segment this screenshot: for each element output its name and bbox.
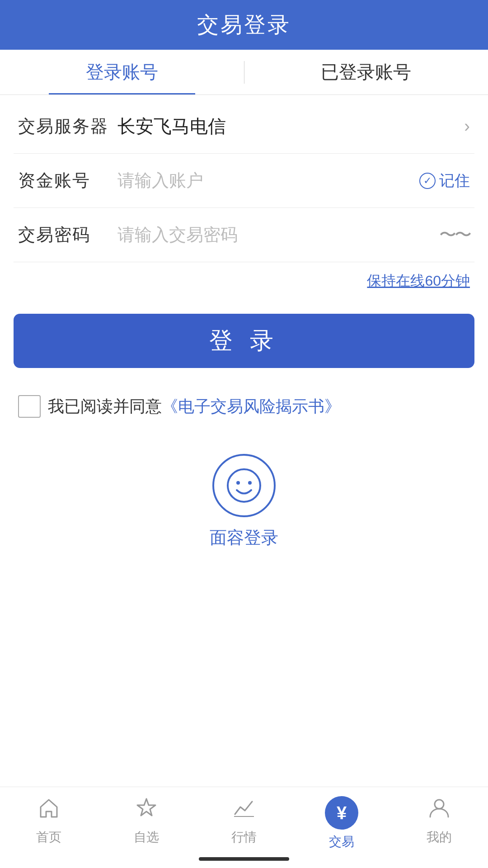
online-link[interactable]: 60分钟 xyxy=(425,273,470,289)
chart-icon xyxy=(232,796,256,825)
face-icon xyxy=(212,454,276,517)
server-row[interactable]: 交易服务器 长安飞马电信 › xyxy=(14,99,474,154)
trade-icon: ¥ xyxy=(337,803,347,823)
nav-home-label: 首页 xyxy=(36,829,61,846)
eye-icon[interactable]: 〜〜 xyxy=(439,223,470,246)
svg-point-0 xyxy=(228,469,260,502)
agree-row: 我已阅读并同意《电子交易风险揭示书》 xyxy=(0,386,488,427)
server-label: 交易服务器 xyxy=(18,115,108,138)
password-row: 交易密码 〜〜 xyxy=(14,208,474,262)
login-form: 交易服务器 长安飞马电信 › 资金账号 ✓ 记住 交易密码 〜〜 xyxy=(0,99,488,262)
remember-check-icon: ✓ xyxy=(419,173,436,189)
remember-label: 记住 xyxy=(439,170,470,191)
bottom-nav: 首页 自选 行情 ¥ 交易 我的 xyxy=(0,787,488,868)
header: 交易登录 xyxy=(0,0,488,50)
user-icon xyxy=(427,796,451,825)
trade-icon-circle: ¥ xyxy=(325,796,358,830)
password-label: 交易密码 xyxy=(18,223,108,246)
home-icon xyxy=(37,796,61,825)
star-icon xyxy=(135,796,158,825)
tab-login[interactable]: 登录账号 xyxy=(0,50,244,94)
face-login-label: 面容登录 xyxy=(210,526,278,549)
svg-rect-3 xyxy=(234,816,254,817)
online-hint: 保持在线60分钟 xyxy=(0,262,488,305)
online-prefix: 保持在线 xyxy=(367,273,425,289)
nav-home[interactable]: 首页 xyxy=(0,796,98,846)
password-input[interactable] xyxy=(108,225,439,245)
header-title: 交易登录 xyxy=(197,10,291,39)
agree-link[interactable]: 《电子交易风险揭示书》 xyxy=(162,396,341,418)
nav-watchlist-label: 自选 xyxy=(134,829,159,846)
nav-trade-label: 交易 xyxy=(329,833,354,850)
svg-point-1 xyxy=(236,481,240,485)
nav-mine[interactable]: 我的 xyxy=(390,796,488,846)
agree-checkbox[interactable] xyxy=(18,395,41,418)
server-value: 长安飞马电信 xyxy=(108,114,464,139)
nav-watchlist[interactable]: 自选 xyxy=(98,796,195,846)
nav-market[interactable]: 行情 xyxy=(195,796,293,846)
remember-badge[interactable]: ✓ 记住 xyxy=(419,170,470,191)
agree-prefix: 我已阅读并同意 xyxy=(48,396,162,418)
account-input[interactable] xyxy=(108,171,419,190)
nav-trade[interactable]: ¥ 交易 xyxy=(293,796,390,850)
login-button[interactable]: 登 录 xyxy=(14,314,474,368)
tab-bar: 登录账号 已登录账号 xyxy=(0,50,488,95)
svg-point-4 xyxy=(435,800,444,809)
account-label: 资金账号 xyxy=(18,169,108,192)
nav-market-label: 行情 xyxy=(231,829,257,846)
account-row: 资金账号 ✓ 记住 xyxy=(14,154,474,208)
tab-logged[interactable]: 已登录账号 xyxy=(244,50,488,94)
chevron-right-icon: › xyxy=(464,117,470,136)
nav-mine-label: 我的 xyxy=(427,829,452,846)
home-indicator xyxy=(199,857,289,861)
face-login[interactable]: 面容登录 xyxy=(0,454,488,549)
svg-point-2 xyxy=(248,481,252,485)
